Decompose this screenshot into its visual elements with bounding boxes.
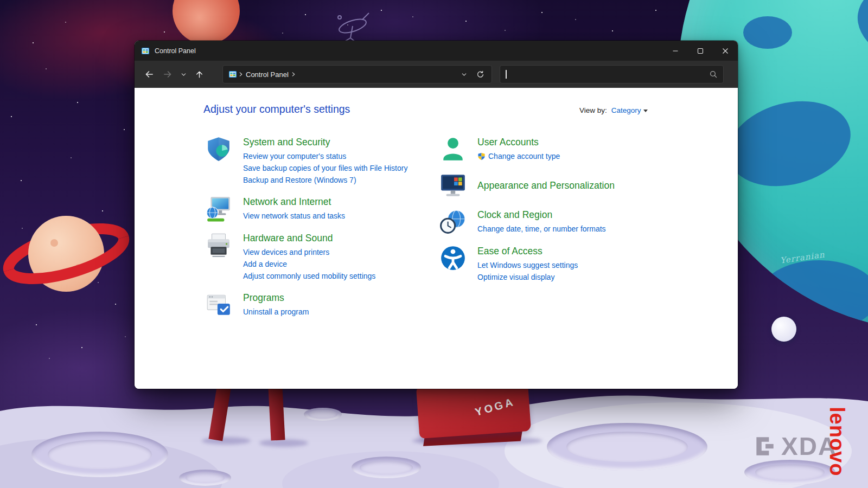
crater — [31, 432, 168, 477]
category-appearance-personalization: Appearance and Personalization — [439, 172, 689, 199]
crater — [744, 460, 835, 485]
clock-region-icon[interactable] — [439, 208, 467, 235]
category-programs: Programs Uninstall a program — [205, 291, 444, 318]
category-link[interactable]: Change account type — [488, 150, 560, 162]
category-link[interactable]: Adjust commonly used mobility settings — [243, 270, 375, 282]
uac-shield-icon — [477, 152, 486, 160]
xda-watermark: XDA — [752, 432, 837, 461]
view-by-label: View by: — [579, 106, 607, 114]
category-link[interactable]: Save backup copies of your files with Fi… — [243, 162, 407, 174]
category-title[interactable]: Clock and Region — [477, 208, 606, 221]
minimize-icon — [671, 47, 680, 55]
category-hardware-and-sound: Hardware and Sound View devices and prin… — [205, 232, 444, 282]
chevron-down-icon — [461, 71, 468, 78]
close-button[interactable] — [713, 41, 738, 61]
view-by-dropdown[interactable]: Category — [611, 106, 648, 114]
table-leg — [268, 387, 285, 440]
navigation-bar: Control Panel — [135, 61, 738, 88]
crater — [179, 470, 231, 486]
back-arrow-icon — [144, 69, 154, 79]
category-link[interactable]: View network status and tasks — [243, 210, 345, 222]
ease-of-access-icon[interactable] — [439, 245, 467, 272]
category-link[interactable]: Let Windows suggest settings — [477, 259, 578, 271]
ringed-planet — [2, 196, 130, 312]
caret-down-icon — [643, 110, 648, 112]
search-box[interactable] — [500, 65, 724, 84]
category-link[interactable]: Change date, time, or number formats — [477, 223, 606, 235]
search-input[interactable] — [507, 70, 710, 79]
printer-icon[interactable] — [205, 232, 232, 259]
breadcrumb-chevron-icon[interactable] — [237, 70, 245, 78]
forward-arrow-icon — [163, 69, 173, 79]
planet-patch — [719, 88, 860, 199]
maximize-icon — [696, 47, 705, 55]
recent-pages-button[interactable] — [177, 65, 190, 84]
category-title[interactable]: Network and Internet — [243, 195, 345, 208]
window-title: Control Panel — [155, 47, 196, 55]
address-bar[interactable]: Control Panel — [222, 65, 492, 84]
planet-patch — [743, 16, 792, 49]
forward-button[interactable] — [158, 65, 177, 84]
categories-right-column: User Accounts Change account type — [439, 136, 689, 292]
stars-dim — [0, 0, 1, 1]
page-title: Adjust your computer's settings — [203, 103, 350, 115]
category-link[interactable]: Uninstall a program — [243, 306, 309, 318]
control-panel-window: Control Panel — [135, 41, 738, 389]
category-link[interactable]: Backup and Restore (Windows 7) — [243, 174, 407, 186]
category-user-accounts: User Accounts Change account type — [439, 136, 689, 163]
orange-planet — [173, 0, 240, 44]
window-titlebar[interactable]: Control Panel — [135, 41, 738, 61]
user-accounts-icon[interactable] — [439, 136, 467, 163]
leg-shadow — [259, 439, 308, 447]
category-title[interactable]: User Accounts — [477, 136, 560, 149]
breadcrumb-chevron-icon[interactable] — [290, 70, 297, 78]
system-security-shield-icon[interactable] — [205, 136, 232, 163]
network-internet-icon[interactable] — [205, 195, 232, 222]
up-button[interactable] — [190, 65, 208, 84]
crater — [304, 408, 342, 421]
control-panel-icon — [228, 70, 237, 79]
back-button[interactable] — [140, 65, 158, 84]
chevron-down-icon — [180, 71, 187, 78]
small-moon — [771, 317, 796, 342]
category-link[interactable]: View devices and printers — [243, 246, 375, 258]
maximize-button[interactable] — [688, 41, 713, 61]
up-arrow-icon — [195, 70, 204, 79]
appearance-monitor-icon[interactable] — [439, 172, 467, 199]
category-link[interactable]: Optimize visual display — [477, 271, 578, 283]
address-dropdown-button[interactable] — [456, 66, 472, 82]
xda-logo-icon — [752, 434, 777, 459]
category-title[interactable]: System and Security — [243, 136, 407, 149]
category-title[interactable]: Appearance and Personalization — [477, 179, 615, 192]
category-link[interactable]: Review your computer's status — [243, 150, 407, 162]
category-title[interactable]: Programs — [243, 291, 309, 304]
category-title[interactable]: Ease of Access — [477, 245, 578, 258]
crater — [547, 423, 707, 471]
refresh-icon — [476, 70, 484, 79]
category-ease-of-access: Ease of Access Let Windows suggest setti… — [439, 245, 689, 283]
lenovo-logo: lenovo — [825, 407, 848, 476]
programs-icon[interactable] — [205, 291, 232, 318]
search-icon[interactable] — [709, 70, 718, 79]
refresh-button[interactable] — [472, 66, 488, 82]
yoga-bag-label: YOGA — [474, 395, 516, 419]
view-by-value: Category — [611, 106, 641, 114]
planet-patch — [852, 0, 868, 81]
category-title[interactable]: Hardware and Sound — [243, 232, 375, 245]
category-network-and-internet: Network and Internet View network status… — [205, 195, 444, 222]
category-clock-and-region: Clock and Region Change date, time, or n… — [439, 208, 689, 235]
crater — [352, 457, 421, 478]
control-panel-icon — [141, 47, 150, 55]
content-area: Adjust your computer's settings View by:… — [135, 88, 738, 389]
breadcrumb[interactable]: Control Panel — [246, 70, 289, 79]
view-by-control: View by: Category — [579, 106, 648, 114]
category-link[interactable]: Add a device — [243, 258, 375, 270]
category-system-and-security: System and Security Review your computer… — [205, 136, 444, 186]
categories-left-column: System and Security Review your computer… — [205, 136, 444, 328]
close-icon — [721, 47, 730, 55]
minimize-button[interactable] — [663, 41, 688, 61]
